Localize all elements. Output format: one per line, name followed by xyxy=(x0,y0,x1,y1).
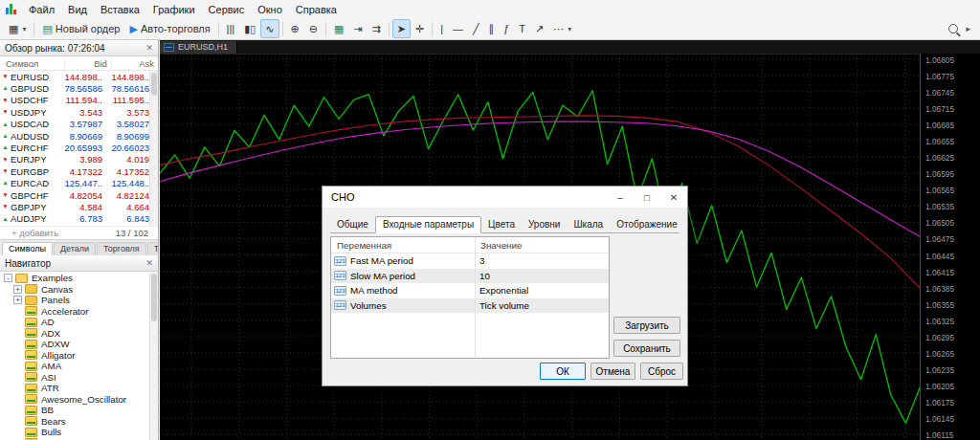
market-watch-row-USDCHF[interactable]: ▼USDCHF111.594..111.595.. xyxy=(0,95,158,106)
profiles-button[interactable]: ▦▾ xyxy=(4,19,31,38)
toolbar-collapse-icon[interactable]: ▸ xyxy=(966,24,970,33)
navigator-item-ASI[interactable]: ASI xyxy=(0,372,158,384)
fibonacci-button[interactable]: ƒ xyxy=(499,19,514,38)
scrollbar[interactable] xyxy=(149,272,158,440)
close-icon[interactable]: ✕ xyxy=(145,259,153,268)
column-bid[interactable]: Bid xyxy=(64,58,111,69)
navigator-item-Bulls[interactable]: Bulls xyxy=(0,427,158,438)
menu-Вставка[interactable]: Вставка xyxy=(94,2,146,17)
channel-button[interactable]: ∥ xyxy=(484,19,500,38)
candle-chart-button[interactable]: ▮▯ xyxy=(239,19,260,38)
navigator-item-AD[interactable]: AD xyxy=(0,317,158,328)
market-watch-row-AUDUSD[interactable]: ▲AUDUSD8.906698.90699 xyxy=(0,130,158,142)
navigator-item-Bears[interactable]: Bears xyxy=(0,416,158,428)
scrollbar[interactable] xyxy=(149,71,158,226)
parameter-row-MA-method[interactable]: 123MA methodExponential xyxy=(331,283,609,298)
market-watch-row-GBPJPY[interactable]: ▼GBPJPY4.5844.664 xyxy=(0,201,158,212)
parameter-row-Fast-MA-period[interactable]: 123Fast MA period3 xyxy=(331,253,609,269)
chart-tab-strip: EURUSD,H1 xyxy=(160,40,980,55)
dialog-tab-Отображение[interactable]: Отображение xyxy=(610,217,684,232)
shift-chart-end-button[interactable]: ⇥ xyxy=(348,19,367,38)
text-tool-button[interactable]: T xyxy=(514,19,530,38)
navigator-item-ADX[interactable]: ADX xyxy=(0,328,158,340)
scrollbar-thumb[interactable] xyxy=(151,274,157,321)
menu-Справка[interactable]: Справка xyxy=(289,2,344,17)
menu-Файл[interactable]: Файл xyxy=(22,2,61,17)
market-watch-row-EURJPY[interactable]: ▼EURJPY3.9894.019 xyxy=(0,154,158,165)
menu-Вид[interactable]: Вид xyxy=(61,2,94,17)
cursor-button[interactable]: ➤ xyxy=(392,19,411,38)
tree-expander-icon[interactable]: - xyxy=(4,274,12,282)
market-watch-row-GBPCHF[interactable]: ▼GBPCHF4.820544.82124 xyxy=(0,189,158,201)
dialog-titlebar[interactable]: CHO – □ ✕ xyxy=(323,187,687,208)
market-watch-row-USDJPY[interactable]: ▼USDJPY3.5433.573 xyxy=(0,106,158,118)
market-watch-row-EURGBP[interactable]: ▼EURGBP4.173224.17352 xyxy=(0,165,158,177)
dialog-tab-Общие[interactable]: Общие xyxy=(330,217,375,232)
market-watch-row-USDCAD[interactable]: ▲USDCAD3.579873.58027 xyxy=(0,119,158,130)
menu-Графики[interactable]: Графики xyxy=(146,2,202,17)
zoom-out-button[interactable]: ⊖ xyxy=(304,19,323,38)
add-symbol-button[interactable]: + добавить xyxy=(0,228,58,238)
vertical-line-button[interactable]: | xyxy=(435,19,448,38)
price-scale[interactable]: 1.068051.067751.067451.067151.066851.066… xyxy=(920,54,980,440)
parameter-row-Slow-MA-period[interactable]: 123Slow MA period10 xyxy=(331,269,609,284)
tab-Символы[interactable]: Символы xyxy=(2,242,53,255)
cancel-button[interactable]: Отмена xyxy=(590,363,635,380)
navigator-item-AMA[interactable]: AMA xyxy=(0,361,158,372)
bar-chart-button[interactable]: ||| xyxy=(222,19,240,38)
menu-Окно[interactable]: Окно xyxy=(251,2,289,17)
minimize-icon[interactable]: – xyxy=(607,187,634,208)
tree-expander-icon[interactable]: + xyxy=(13,296,22,304)
column-symbol[interactable]: Символ xyxy=(0,58,64,69)
tab-Тик[interactable]: Тик xyxy=(147,242,158,255)
navigator-item-Canvas[interactable]: +Canvas xyxy=(0,284,158,296)
market-watch-row-EURCAD[interactable]: ▲EURCAD125.447..125.448.. xyxy=(0,178,158,189)
load-button[interactable]: Загрузить xyxy=(613,317,680,334)
navigator-item-ATR[interactable]: ATR xyxy=(0,383,158,394)
dialog-tab-Цвета[interactable]: Цвета xyxy=(481,217,522,232)
line-chart-button[interactable]: ∿ xyxy=(260,19,278,38)
tree-expander-icon[interactable]: + xyxy=(13,285,22,294)
scrollbar-thumb[interactable] xyxy=(151,73,157,96)
ok-button[interactable]: ОК xyxy=(540,363,586,380)
market-watch-row-GBPUSD[interactable]: ▲GBPUSD78.5658678.56616 xyxy=(0,82,158,94)
parameter-row-Volumes[interactable]: 123VolumesTick volume xyxy=(331,298,609,314)
arrows-tool-button[interactable]: ↗ xyxy=(530,19,548,38)
navigator-item-Accelerator[interactable]: Accelerator xyxy=(0,306,158,318)
crosshair-button[interactable]: ✛ xyxy=(411,19,429,38)
column-ask[interactable]: Ask xyxy=(111,58,158,69)
new-order-button[interactable]: ▤Новый ордер xyxy=(37,19,124,38)
search-icon[interactable] xyxy=(948,24,958,33)
menu-Сервис[interactable]: Сервис xyxy=(202,2,252,17)
tile-windows-button[interactable]: ▦ xyxy=(329,19,348,38)
navigator-item-Awesome_Oscillator[interactable]: Awesome_Oscillator xyxy=(0,394,158,406)
close-icon[interactable]: ✕ xyxy=(145,44,153,53)
navigator-item-Panels[interactable]: +Panels xyxy=(0,295,158,306)
auto-scroll-button[interactable]: ⇉ xyxy=(368,19,386,38)
trendline-button[interactable]: ╱ xyxy=(468,19,484,38)
navigator-item-BB[interactable]: BB xyxy=(0,405,158,416)
close-icon[interactable]: ✕ xyxy=(660,187,687,208)
navigator-item-ADXW[interactable]: ADXW xyxy=(0,339,158,350)
save-button[interactable]: Сохранить xyxy=(613,340,680,357)
market-watch-row-EURUSD[interactable]: ▼EURUSD144.898..144.898.. xyxy=(0,71,158,82)
autotrade-button[interactable]: ▶Авто-торговля xyxy=(124,19,214,38)
dialog-tab-Шкала[interactable]: Шкала xyxy=(567,217,610,232)
maximize-icon[interactable]: □ xyxy=(634,187,660,208)
reset-button[interactable]: Сброс xyxy=(640,363,683,380)
market-watch-row-EURCHF[interactable]: ▲EURCHF20.6599320.66023 xyxy=(0,142,158,153)
tab-Торговля[interactable]: Торговля xyxy=(97,242,146,255)
zoom-in-button[interactable]: ⊕ xyxy=(286,19,304,38)
navigator-item-Examples[interactable]: -Examples xyxy=(0,273,158,284)
tab-Детали[interactable]: Детали xyxy=(54,242,96,255)
navigator-item-Alligator[interactable]: Alligator xyxy=(0,350,158,362)
market-watch-column-header[interactable]: Символ Bid Ask xyxy=(0,56,158,71)
dialog-tab-Уровни[interactable]: Уровни xyxy=(522,217,567,232)
navigator-item-label: ASI xyxy=(41,372,56,383)
horizontal-line-button[interactable]: ― xyxy=(448,19,468,38)
more-tools-button[interactable]: ⋯▾ xyxy=(548,19,576,38)
line-chart-icon: ∿ xyxy=(265,24,274,34)
market-watch-row-AUDJPY[interactable]: ▲AUDJPY6.7836.843 xyxy=(0,213,158,225)
chart-tab-eurusd-h1[interactable]: EURUSD,H1 xyxy=(160,41,237,54)
dialog-tab-Входные параметры[interactable]: Входные параметры xyxy=(375,216,481,233)
